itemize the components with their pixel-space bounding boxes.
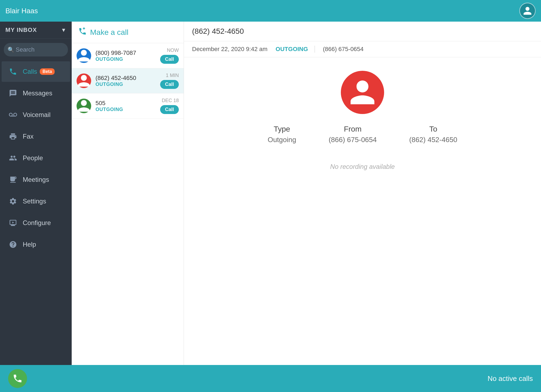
people-label: People [23,154,43,162]
call-info-2: (862) 452-4650 OUTGOING [95,75,160,87]
call-item-3[interactable]: 505 OUTGOING DEC 18 Call [72,93,184,119]
call-time-2: 1 MIN [166,73,179,78]
call-item-1[interactable]: (800) 998-7087 OUTGOING NOW Call [72,43,184,68]
type-label: Type [274,125,290,133]
detail-from-number: (866) 675-0654 [323,46,364,53]
detail-header-top: (862) 452-4650 [184,22,541,41]
meetings-label: Meetings [23,176,49,183]
from-value: (866) 675-0654 [329,136,377,144]
messages-label: Messages [23,89,52,97]
calls-label: Calls [23,68,37,75]
fax-icon [7,130,19,142]
people-icon [7,152,19,164]
configure-label: Configure [23,219,51,227]
detail-avatar [341,71,384,114]
sidebar-item-people[interactable]: People [2,148,70,168]
configure-icon [7,217,19,229]
outgoing-badge: OUTGOING [276,46,315,53]
call-button-2[interactable]: Call [160,80,179,89]
bottom-bar: No active calls [0,365,541,392]
main-layout: MY INBOX ▼ 🔍 Calls Beta Messages [0,22,541,365]
call-number-1: (800) 998-7087 [95,49,160,56]
sidebar-item-settings[interactable]: Settings [2,191,70,212]
call-meta-1: NOW Call [160,48,179,64]
make-call-header[interactable]: Make a call [72,22,184,43]
inbox-label: MY INBOX [5,26,37,33]
call-time-3: DEC 18 [162,98,179,103]
type-value: Outgoing [268,136,296,144]
to-label: To [429,125,437,133]
avatar[interactable] [519,3,536,19]
sidebar-item-help[interactable]: Help [2,234,70,255]
call-avatar-2 [77,73,91,88]
phone-button[interactable] [8,369,27,388]
settings-icon [7,195,19,207]
call-direction-3: OUTGOING [95,107,160,112]
sidebar-item-voicemail[interactable]: Voicemail [2,105,70,125]
calls-icon [7,66,19,78]
settings-label: Settings [23,197,46,205]
no-active-calls-section: No active calls [487,374,533,383]
inbox-header[interactable]: MY INBOX ▼ [0,22,72,39]
detail-from-col: From (866) 675-0654 [329,125,377,144]
call-avatar-3 [77,99,91,113]
sidebar-item-fax[interactable]: Fax [2,126,70,147]
call-item-2[interactable]: (862) 452-4650 OUTGOING 1 MIN Call [72,68,184,93]
no-recording: No recording available [330,163,395,170]
make-call-icon [78,27,87,38]
call-number-2: (862) 452-4650 [95,75,160,82]
from-label: From [344,125,361,133]
call-list-panel: Make a call (800) 998-7087 OUTGOING NOW … [72,22,184,365]
beta-badge: Beta [40,68,55,75]
sidebar-item-messages[interactable]: Messages [2,83,70,103]
help-icon [7,239,19,250]
detail-type-col: Type Outgoing [268,125,296,144]
sidebar-item-calls[interactable]: Calls Beta [2,61,70,82]
detail-to-col: To (862) 452-4650 [409,125,457,144]
sidebar-item-configure[interactable]: Configure [2,213,70,233]
call-info-3: 505 OUTGOING [95,100,160,112]
fax-label: Fax [23,133,34,140]
make-call-label: Make a call [90,28,128,37]
detail-date: December 22, 2020 9:42 am [192,46,268,53]
to-value: (862) 452-4650 [409,136,457,144]
call-button-1[interactable]: Call [160,55,179,64]
call-button-3[interactable]: Call [160,105,179,114]
call-direction-1: OUTGOING [95,56,160,62]
user-name: Blair Haas [5,7,519,15]
search-icon: 🔍 [8,46,14,53]
voicemail-label: Voicemail [23,111,51,119]
user-avatar-icon [523,6,532,16]
call-info-1: (800) 998-7087 OUTGOING [95,49,160,62]
call-direction-2: OUTGOING [95,82,160,87]
help-label: Help [23,241,36,248]
detail-panel: (862) 452-4650 December 22, 2020 9:42 am… [184,22,541,365]
call-time-1: NOW [167,48,179,53]
voicemail-icon [7,109,19,121]
call-avatar-1 [77,48,91,63]
detail-info-row: Type Outgoing From (866) 675-0654 To (86… [268,125,457,144]
sidebar: MY INBOX ▼ 🔍 Calls Beta Messages [0,22,72,365]
call-meta-3: DEC 18 Call [160,98,179,114]
app-container: Blair Haas MY INBOX ▼ 🔍 [0,0,541,392]
call-meta-2: 1 MIN Call [160,73,179,89]
no-active-calls-label: No active calls [487,374,533,383]
inbox-dropdown-icon[interactable]: ▼ [61,27,66,33]
sidebar-item-meetings[interactable]: Meetings [2,169,70,190]
meetings-icon [7,174,19,186]
messages-icon [7,87,19,99]
detail-body: Type Outgoing From (866) 675-0654 To (86… [184,57,541,365]
top-bar: Blair Haas [0,0,541,22]
call-number-3: 505 [95,100,160,107]
search-box: 🔍 [4,43,68,56]
detail-header-sub: December 22, 2020 9:42 am OUTGOING (866)… [184,41,541,57]
detail-phone-main: (862) 452-4650 [192,27,244,35]
